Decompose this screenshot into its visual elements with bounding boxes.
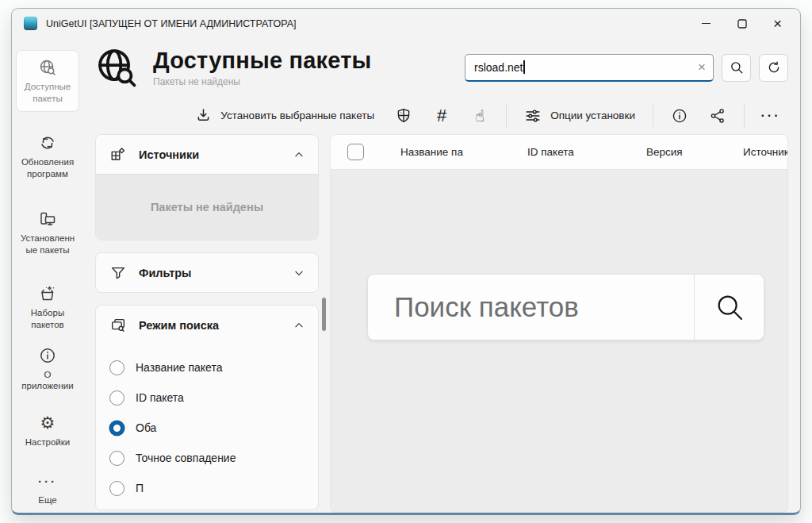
spacer: [95, 240, 319, 252]
search-mode-panel: Режим поиска Название пакета: [95, 305, 319, 510]
minimize-button[interactable]: [688, 11, 724, 36]
radio-icon: [109, 390, 124, 406]
gear-icon: ⚙: [40, 412, 56, 434]
toolbar-divider: [744, 104, 745, 128]
packages-search-button[interactable]: [694, 274, 764, 340]
column-header-id[interactable]: ID пакета: [507, 146, 626, 158]
radio-icon: [109, 360, 124, 375]
sidebar-item-updates[interactable]: Обновления программ: [16, 125, 79, 187]
filters-panel-header[interactable]: Фильтры: [96, 253, 318, 292]
ellipsis-icon: ···: [38, 470, 57, 492]
content-area: Доступные пакеты Пакеты не найдены rsloa…: [83, 38, 800, 513]
radio-label: Оба: [136, 421, 156, 434]
toolbar: Установить выбранные пакеты # ☝: [83, 97, 788, 134]
titlebar: UniGetUI [ЗАПУЩЕН ОТ ИМЕНИ АДМИНИСТРАТОР…: [12, 9, 800, 38]
radio-label: Точное совпадение: [136, 452, 236, 464]
sidebar-item-label: О приложении: [19, 369, 76, 393]
globe-search-icon: [95, 46, 138, 89]
interactive-select-button[interactable]: ☝: [462, 102, 497, 130]
chevron-down-icon: [293, 267, 304, 279]
scrollbar-thumb[interactable]: [322, 298, 326, 331]
radio-option-package-id[interactable]: ID пакета: [109, 383, 313, 413]
close-button[interactable]: ×: [760, 11, 795, 36]
radio-icon: [109, 481, 124, 496]
chevron-up-icon: [293, 320, 304, 331]
search-mode-panel-title: Режим поиска: [139, 319, 219, 332]
refresh-button[interactable]: [759, 54, 788, 82]
sidebar: Доступные пакеты Обновления программ: [12, 38, 83, 513]
minimize-icon: [702, 23, 710, 24]
hash-button[interactable]: #: [424, 102, 459, 130]
column-header-source[interactable]: Источник: [722, 146, 787, 158]
filters-panel-title: Фильтры: [139, 267, 191, 279]
search-mode-icon: [109, 317, 127, 334]
text-caret: [523, 60, 525, 74]
spacer: [95, 293, 319, 305]
radio-option-package-name[interactable]: Название пакета: [109, 352, 313, 383]
package-bundle-icon: [38, 283, 57, 305]
sources-panel-title: Источники: [139, 148, 199, 161]
page-header: Доступные пакеты Пакеты не найдены rsloa…: [83, 38, 788, 97]
search-button[interactable]: [722, 54, 751, 82]
sidebar-item-label: Обновления программ: [19, 156, 76, 180]
globe-search-icon: [38, 56, 57, 79]
packages-search-input[interactable]: Поиск пакетов: [367, 274, 694, 340]
packages-panel: Название па ID пакета Версия Источник По…: [330, 134, 788, 513]
sidebar-item-more[interactable]: ··· Еще: [16, 463, 79, 513]
shield-icon: [395, 107, 412, 125]
install-options-label: Опции установки: [550, 110, 635, 121]
sidebar-item-discover[interactable]: Доступные пакеты: [16, 50, 79, 112]
column-header-name[interactable]: Название па: [380, 146, 507, 158]
info-icon: [38, 344, 57, 367]
share-button[interactable]: [700, 102, 735, 130]
radio-label: Название пакета: [136, 361, 222, 374]
column-header-version[interactable]: Версия: [626, 146, 722, 158]
search-query-text: rsload.net: [474, 61, 523, 74]
hash-icon: #: [437, 106, 446, 126]
sidebar-item-about[interactable]: О приложении: [16, 338, 79, 400]
search-icon: [730, 60, 744, 75]
app-window: UniGetUI [ЗАПУЩЕН ОТ ИМЕНИ АДМИНИСТРАТОР…: [11, 8, 801, 515]
radio-option-exact-match[interactable]: Точное совпадение: [109, 443, 313, 473]
sources-panel-header[interactable]: Источники: [96, 135, 318, 174]
install-selected-button[interactable]: Установить выбранные пакеты: [186, 102, 383, 129]
sidebar-item-label: Доступные пакеты: [19, 81, 76, 105]
search-mode-panel-header[interactable]: Режим поиска: [96, 306, 318, 344]
close-icon: ×: [773, 16, 782, 31]
clear-search-icon[interactable]: ×: [698, 60, 706, 74]
download-icon: [195, 107, 212, 124]
chevron-up-icon: [293, 149, 304, 160]
search-mode-options: Название пакета ID пакета Оба: [96, 344, 318, 510]
title-block: Доступные пакеты Пакеты не найдены: [153, 48, 372, 87]
share-icon: [709, 107, 726, 125]
radio-label: ID пакета: [136, 391, 184, 404]
refresh-icon: [767, 60, 781, 75]
package-details-button[interactable]: [662, 102, 697, 130]
more-options-button[interactable]: ···: [753, 102, 788, 130]
install-options-button[interactable]: Опции установки: [515, 102, 644, 130]
install-selected-label: Установить выбранные пакеты: [220, 110, 374, 121]
packages-table-body: Поиск пакетов: [330, 170, 788, 513]
sidebar-item-label: Установленные пакеты: [19, 233, 76, 256]
hand-pointer-icon: ☝: [475, 106, 485, 125]
window-title: UniGetUI [ЗАПУЩЕН ОТ ИМЕНИ АДМИНИСТРАТОР…: [46, 18, 296, 29]
maximize-icon: [737, 19, 747, 29]
page-subtitle: Пакеты не найдены: [153, 76, 372, 87]
sources-panel: Источники Пакеты не найдены: [95, 134, 319, 240]
radio-option-both[interactable]: Оба: [109, 413, 313, 443]
filters-panel: Фильтры: [95, 252, 319, 293]
select-all-checkbox[interactable]: [347, 144, 364, 160]
admin-shield-button[interactable]: [386, 102, 421, 130]
sources-empty-message: Пакеты не найдены: [96, 174, 318, 240]
radio-option-clipped[interactable]: П: [109, 473, 313, 503]
sidebar-item-settings[interactable]: ⚙ Настройки: [16, 406, 79, 456]
maximize-button[interactable]: [724, 11, 760, 36]
toolbar-divider: [653, 104, 653, 128]
sidebar-item-bundles[interactable]: Наборы пакетов: [16, 276, 79, 338]
sidebar-item-installed[interactable]: Установленные пакеты: [16, 202, 79, 263]
search-input[interactable]: rsload.net ×: [465, 54, 714, 82]
installed-packages-icon: [38, 208, 57, 230]
sidebar-item-label: Еще: [38, 494, 56, 506]
sync-icon: [38, 132, 57, 154]
app-logo-icon: [24, 17, 37, 30]
